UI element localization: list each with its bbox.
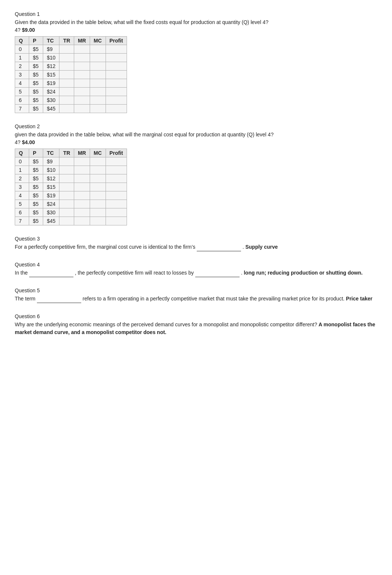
table-cell xyxy=(74,96,90,105)
table-cell xyxy=(59,166,74,174)
table-cell: 7 xyxy=(15,105,29,113)
table-row: 0$5$9 xyxy=(15,45,127,54)
table-cell: 6 xyxy=(15,208,29,217)
table-cell xyxy=(106,79,127,88)
table-cell: $15 xyxy=(43,183,59,191)
table-cell xyxy=(106,62,127,71)
table-cell xyxy=(74,217,90,225)
table-cell: 5 xyxy=(15,200,29,208)
table-cell: 5 xyxy=(15,88,29,96)
table-cell xyxy=(90,200,106,208)
table-cell: $5 xyxy=(29,157,43,166)
col-tr: TR xyxy=(59,37,74,45)
table-row: 3$5$15 xyxy=(15,183,127,191)
table-cell: $5 xyxy=(29,62,43,71)
table-cell: $10 xyxy=(43,54,59,62)
table-cell: 4 xyxy=(15,79,29,88)
table-cell: $5 xyxy=(29,166,43,174)
question-1-table: Q P TC TR MR MC Profit 0$5$91$5$102$5$12… xyxy=(15,36,127,113)
question-2-answer: $4.00 xyxy=(22,139,35,145)
table-row: 2$5$12 xyxy=(15,174,127,183)
table-cell: $19 xyxy=(43,79,59,88)
table-cell: $19 xyxy=(43,191,59,200)
table-cell xyxy=(106,183,127,191)
table-row: 7$5$45 xyxy=(15,217,127,225)
table-cell: $15 xyxy=(43,71,59,79)
table-cell xyxy=(90,166,106,174)
table-cell xyxy=(106,71,127,79)
table-cell xyxy=(90,208,106,217)
col-mc: MC xyxy=(90,37,106,45)
col-tc: TC xyxy=(43,149,59,157)
question-5-answer: Price taker xyxy=(346,296,372,302)
table-row: 5$5$24 xyxy=(15,88,127,96)
question-3-title: Question 3 xyxy=(15,236,377,242)
table-row: 0$5$9 xyxy=(15,157,127,166)
table-cell: $9 xyxy=(43,157,59,166)
col-mr: MR xyxy=(74,37,90,45)
table-cell xyxy=(74,208,90,217)
table-row: 6$5$30 xyxy=(15,96,127,105)
question-6-text: Why are the underlying economic meanings… xyxy=(15,321,377,336)
table-cell xyxy=(106,217,127,225)
table-cell: 7 xyxy=(15,217,29,225)
table-cell: $30 xyxy=(43,96,59,105)
table-cell xyxy=(90,157,106,166)
question-3-blank xyxy=(197,243,241,251)
table-row: 1$5$10 xyxy=(15,166,127,174)
table-row: 6$5$30 xyxy=(15,208,127,217)
table-cell xyxy=(59,88,74,96)
table-cell xyxy=(74,174,90,183)
table-cell xyxy=(106,208,127,217)
table-cell xyxy=(74,62,90,71)
table-cell: 2 xyxy=(15,62,29,71)
table-cell: $5 xyxy=(29,71,43,79)
table-cell xyxy=(106,105,127,113)
question-4-text: In the , the perfectly competitive firm … xyxy=(15,269,377,277)
table-cell xyxy=(90,45,106,54)
table-cell: $5 xyxy=(29,183,43,191)
table-cell: 1 xyxy=(15,166,29,174)
question-5-blank xyxy=(37,295,81,303)
question-1-answer: $9.00 xyxy=(22,27,35,33)
table-cell: $24 xyxy=(43,200,59,208)
question-4-blank1 xyxy=(29,269,73,277)
table-cell xyxy=(74,200,90,208)
table-cell xyxy=(59,62,74,71)
question-6: Question 6 Why are the underlying econom… xyxy=(15,313,377,336)
table-row: 4$5$19 xyxy=(15,191,127,200)
table-cell xyxy=(90,174,106,183)
question-5-text: The term refers to a firm operating in a… xyxy=(15,295,377,303)
table-cell xyxy=(106,191,127,200)
table-cell: $5 xyxy=(29,45,43,54)
table-cell xyxy=(90,79,106,88)
table-cell: $5 xyxy=(29,174,43,183)
question-4-blank2 xyxy=(195,269,240,277)
table-cell: $5 xyxy=(29,54,43,62)
table-cell xyxy=(90,96,106,105)
table-cell: $12 xyxy=(43,174,59,183)
table-cell: 0 xyxy=(15,45,29,54)
question-3-text: For a perfectly competitive firm, the ma… xyxy=(15,243,377,251)
question-2-text: given the data provided in the table bel… xyxy=(15,131,377,146)
table-cell: $30 xyxy=(43,208,59,217)
table-cell xyxy=(59,45,74,54)
table-cell xyxy=(106,174,127,183)
question-5-title: Question 5 xyxy=(15,288,377,293)
table-cell xyxy=(90,217,106,225)
table-cell: $5 xyxy=(29,79,43,88)
table-cell: 3 xyxy=(15,71,29,79)
table-cell xyxy=(74,45,90,54)
table-cell xyxy=(106,157,127,166)
table-cell xyxy=(59,217,74,225)
table-row: 2$5$12 xyxy=(15,62,127,71)
table-cell xyxy=(74,191,90,200)
table-cell: $9 xyxy=(43,45,59,54)
table-cell xyxy=(90,183,106,191)
table-cell: $10 xyxy=(43,166,59,174)
table-cell xyxy=(90,71,106,79)
table-row: 4$5$19 xyxy=(15,79,127,88)
question-4-title: Question 4 xyxy=(15,262,377,268)
table-row: 5$5$24 xyxy=(15,200,127,208)
question-3-answer: Supply curve xyxy=(245,244,278,250)
